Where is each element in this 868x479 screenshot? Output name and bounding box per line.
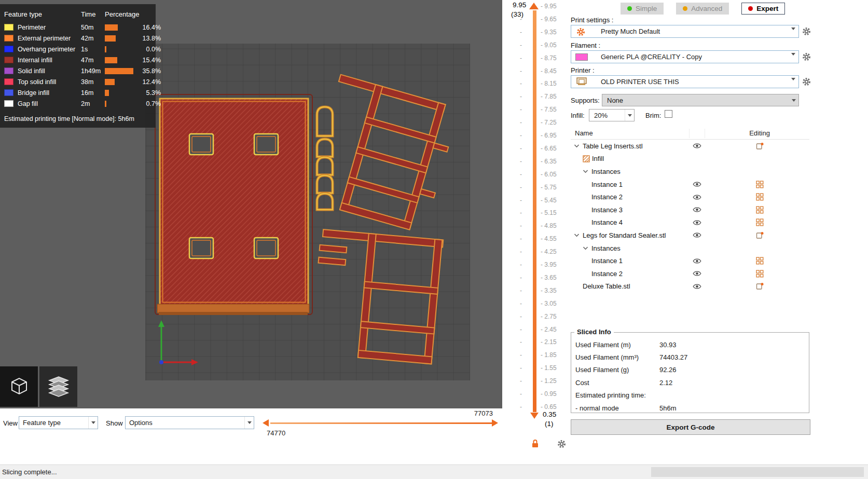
printer-combo[interactable]: OLD PRINTER USE THIS — [571, 75, 799, 88]
view-combo[interactable]: Feature type — [19, 416, 98, 429]
eye-toggle[interactable] — [689, 194, 705, 200]
preview-bottom-bar: View Feature type Show Options — [0, 408, 502, 449]
feature-type-label: Internal infill — [18, 57, 81, 64]
layer-tick-dash: - — [520, 158, 522, 165]
layer-tick-label: - 5.75 — [541, 184, 557, 190]
feature-color-swatch — [4, 57, 13, 63]
object-tree-row[interactable]: Infill — [571, 153, 809, 166]
expander-icon[interactable] — [574, 234, 581, 237]
advanced-mode-dot — [683, 6, 687, 11]
object-settings-icon[interactable] — [745, 142, 774, 150]
layer-tick-dash: - — [520, 288, 522, 294]
object-label: Instance 1 — [591, 257, 623, 265]
legend-row: Internal infill 47m 15.4% — [4, 54, 150, 65]
object-name-cell: Instance 1 — [571, 257, 689, 265]
brim-checkbox[interactable] — [665, 110, 672, 118]
feature-type-label: Gap fill — [18, 100, 81, 107]
object-tree-row[interactable]: Instances — [571, 165, 809, 178]
sliced-info-row: Estimated printing time: — [573, 389, 807, 402]
feature-percent-bar — [105, 68, 139, 74]
view-3d-button[interactable] — [0, 366, 38, 407]
filament-combo[interactable]: Generic PLA @CREALITY - Copy — [571, 50, 799, 63]
legend-header-feature: Feature type — [4, 10, 81, 18]
mode-advanced-button[interactable]: Advanced — [676, 3, 729, 15]
print-settings-gear-button[interactable] — [802, 27, 811, 36]
eye-toggle[interactable] — [689, 258, 705, 264]
object-settings-icon[interactable] — [745, 231, 774, 239]
lock-icon[interactable] — [531, 439, 539, 449]
object-tree-row[interactable]: Legs for Standard Sealer.stl — [571, 229, 809, 242]
expander-icon[interactable] — [583, 170, 589, 173]
object-name-cell: Instance 1 — [571, 181, 689, 188]
object-tree-row[interactable]: Deluxe Table.stl — [571, 280, 809, 293]
print-settings-label: Print settings : — [571, 16, 613, 24]
layer-tick-dash: - — [520, 68, 522, 74]
feature-time-value: 50m — [81, 24, 105, 31]
layer-tick-dash: - — [520, 352, 522, 358]
view-layers-button[interactable] — [39, 366, 77, 407]
expander-icon[interactable] — [583, 247, 589, 250]
dropdown-arrow-icon — [791, 56, 795, 63]
feature-color-swatch — [4, 46, 13, 52]
infill-combo[interactable]: 20% — [589, 109, 635, 121]
eye-toggle[interactable] — [689, 207, 705, 213]
gear-icon[interactable] — [557, 440, 566, 450]
instance-edit-icon[interactable] — [745, 218, 774, 226]
instance-edit-icon[interactable] — [745, 193, 774, 201]
export-gcode-button[interactable]: Export G-code — [571, 419, 810, 435]
object-tree-row[interactable]: Instance 1 — [571, 254, 809, 267]
supports-combo[interactable]: None — [602, 94, 799, 106]
layer-tick-label: - 4.85 — [541, 223, 557, 229]
object-tree-row[interactable]: Table Leg Inserts.stl — [571, 140, 809, 153]
eye-toggle[interactable] — [689, 181, 705, 187]
feature-type-label: Bridge infill — [18, 89, 81, 97]
sliced-info-value: 2.12 — [659, 379, 807, 387]
legend-row: Top solid infill 38m 12.4% — [4, 76, 150, 87]
viewport-3d[interactable]: Feature type Time Percentage Perimeter 5… — [0, 0, 502, 408]
dropdown-arrow-icon — [791, 80, 795, 88]
show-combo[interactable]: Options — [125, 416, 254, 429]
instance-edit-icon[interactable] — [745, 270, 774, 278]
eye-toggle[interactable] — [689, 283, 705, 290]
instance-edit-icon[interactable] — [745, 257, 774, 265]
layer-tick-dash: - — [520, 223, 522, 229]
dropdown-arrow-icon — [88, 417, 98, 429]
filament-gear-button[interactable] — [802, 52, 811, 62]
printer-gear-button[interactable] — [802, 77, 811, 87]
object-name-cell: Table Leg Inserts.stl — [571, 142, 689, 150]
dropdown-arrow-icon — [791, 30, 795, 38]
model-table-top — [155, 94, 312, 315]
object-tree-row[interactable]: Instance 2 — [571, 267, 809, 280]
gcode-range-start-handle[interactable] — [263, 419, 269, 427]
eye-toggle[interactable] — [689, 232, 705, 238]
feature-type-label: Perimeter — [18, 24, 81, 31]
sliced-info-title: Sliced Info — [574, 328, 614, 336]
mode-expert-button[interactable]: Expert — [741, 3, 785, 15]
expander-icon[interactable] — [574, 144, 581, 148]
layer-tick-label: - 0.95 — [541, 391, 557, 397]
instance-edit-icon[interactable] — [745, 181, 774, 188]
print-settings-combo[interactable]: Pretty Much Default — [571, 25, 799, 38]
layer-tick-label: - 5.15 — [541, 210, 557, 216]
sliced-info-box: Sliced Info Used Filament (m) 30.93 Used… — [571, 332, 809, 413]
object-settings-icon[interactable] — [745, 282, 774, 290]
status-progress-placeholder — [651, 467, 864, 477]
gcode-range-track[interactable] — [270, 422, 492, 424]
object-tree-row[interactable]: Instance 4 — [571, 216, 809, 229]
object-tree-row[interactable]: Instance 2 — [571, 190, 809, 203]
eye-toggle[interactable] — [689, 270, 705, 277]
feature-type-label: External perimeter — [18, 35, 81, 42]
object-name-cell: Instance 2 — [571, 193, 689, 201]
object-name-cell: Instance 4 — [571, 218, 689, 226]
object-tree-row[interactable]: Instance 3 — [571, 203, 809, 216]
sliced-info-row: Cost 2.12 — [573, 376, 807, 389]
layer-tick-label: - 9.65 — [541, 16, 557, 22]
object-tree-row[interactable]: Instances — [571, 242, 809, 255]
eye-toggle[interactable] — [689, 220, 705, 226]
gcode-range-end-handle[interactable] — [492, 419, 498, 427]
eye-toggle[interactable] — [689, 143, 705, 149]
instance-edit-icon[interactable] — [745, 206, 774, 214]
object-tree-row[interactable]: Instance 1 — [571, 178, 809, 191]
mode-simple-button[interactable]: Simple — [621, 3, 664, 15]
feature-percent-bar — [105, 57, 139, 63]
